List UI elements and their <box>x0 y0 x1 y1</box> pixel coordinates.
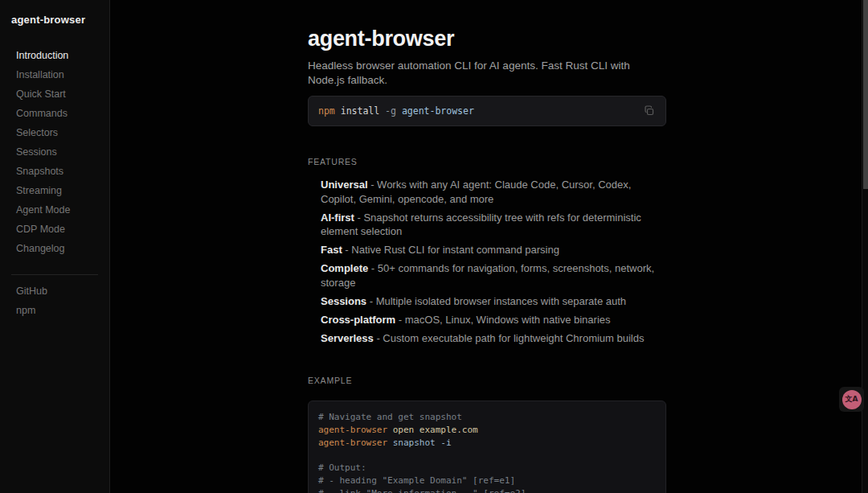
sidebar-item-selectors[interactable]: Selectors <box>0 123 109 142</box>
code-line-blank <box>318 449 656 462</box>
feature-desc: - 50+ commands for navigation, forms, sc… <box>321 262 654 289</box>
feature-item-cross-platform: Cross-platform - macOS, Linux, Windows w… <box>321 313 666 327</box>
code-comment: # - heading "Example Domain" [ref=e1] <box>318 475 515 486</box>
feature-item-complete: Complete - 50+ commands for navigation, … <box>321 261 666 290</box>
feature-desc: - Native Rust CLI for instant command pa… <box>342 244 559 256</box>
feature-item-fast: Fast - Native Rust CLI for instant comma… <box>321 243 666 257</box>
sidebar-item-quick-start[interactable]: Quick Start <box>0 84 109 104</box>
sidebar-link-npm[interactable]: npm <box>0 301 109 320</box>
install-token-flag: -g <box>385 105 396 117</box>
code-line: # Output: <box>318 462 656 475</box>
example-code-block: # Navigate and get snapshot agent-browse… <box>308 401 666 493</box>
feature-desc: - macOS, Linux, Windows with native bina… <box>395 314 610 326</box>
sidebar-item-agent-mode[interactable]: Agent Mode <box>0 200 109 220</box>
features-heading: FEATURES <box>308 157 666 166</box>
sidebar-item-installation[interactable]: Installation <box>0 65 109 84</box>
feature-item-serverless: Serverless - Custom executable path for … <box>321 331 666 346</box>
install-command: npm install -g agent-browser <box>318 105 474 117</box>
translate-widget: 文A <box>839 387 864 412</box>
sidebar-divider <box>11 274 98 275</box>
sidebar-item-streaming[interactable]: Streaming <box>0 181 109 200</box>
code-args: snapshot -i <box>387 438 451 448</box>
sidebar-link-github[interactable]: GitHub <box>0 281 109 301</box>
install-token-install: install <box>335 105 385 117</box>
feature-desc: - Multiple isolated browser instances wi… <box>366 295 626 307</box>
feature-term: Complete <box>321 262 368 274</box>
sidebar-title: agent-browser <box>0 0 109 26</box>
scrollbar-track <box>862 0 868 493</box>
feature-item-ai-first: AI-first - Snapshot returns accessibilit… <box>321 211 666 239</box>
feature-term: Universal <box>321 179 368 191</box>
sidebar: agent-browser Introduction Installation … <box>0 0 110 493</box>
feature-item-sessions: Sessions - Multiple isolated browser ins… <box>321 294 666 309</box>
scrollbar-thumb[interactable] <box>863 0 868 189</box>
sidebar-item-changelog[interactable]: Changelog <box>0 239 109 258</box>
sidebar-footer-nav: GitHub npm <box>0 281 109 320</box>
page-title: agent-browser <box>308 0 666 51</box>
feature-term: Fast <box>321 244 342 256</box>
feature-desc: - Custom executable path for lightweight… <box>374 332 645 344</box>
sidebar-nav: Introduction Installation Quick Start Co… <box>0 46 109 258</box>
main-content: agent-browser Headless browser automatio… <box>308 0 666 493</box>
code-line: # - heading "Example Domain" [ref=e1] <box>318 475 656 487</box>
sidebar-item-commands[interactable]: Commands <box>0 104 109 123</box>
install-command-block: npm install -g agent-browser <box>308 96 666 126</box>
sidebar-item-cdp-mode[interactable]: CDP Mode <box>0 220 109 239</box>
translate-icon: 文A <box>845 396 858 403</box>
feature-term: Serverless <box>321 332 374 344</box>
code-command: agent-browser <box>318 438 387 448</box>
feature-term: Cross-platform <box>321 314 395 326</box>
code-comment: # - link "More information..." [ref=e2] <box>318 488 526 493</box>
sidebar-item-sessions[interactable]: Sessions <box>0 142 109 162</box>
sidebar-item-introduction[interactable]: Introduction <box>0 46 109 65</box>
code-command: agent-browser <box>318 425 387 435</box>
code-comment: # Output: <box>318 462 366 473</box>
install-token-package: agent-browser <box>396 105 474 117</box>
features-list: Universal - Works with any AI agent: Cla… <box>308 178 666 345</box>
feature-item-universal: Universal - Works with any AI agent: Cla… <box>321 178 666 206</box>
code-line: agent-browser open example.com <box>318 424 656 437</box>
copy-button[interactable] <box>643 105 656 117</box>
translate-button[interactable]: 文A <box>842 390 862 409</box>
page-subtitle: Headless browser automation CLI for AI a… <box>308 59 666 88</box>
feature-desc: - Snapshot returns accessibility tree wi… <box>321 212 641 238</box>
sidebar-item-snapshots[interactable]: Snapshots <box>0 162 109 181</box>
example-heading: EXAMPLE <box>308 376 666 385</box>
code-line: # Navigate and get snapshot <box>318 411 656 424</box>
feature-term: Sessions <box>321 295 366 307</box>
code-comment: # Navigate and get snapshot <box>318 412 462 422</box>
copy-icon <box>644 105 655 117</box>
code-args: open example.com <box>387 425 478 435</box>
code-line: agent-browser snapshot -i <box>318 437 656 450</box>
code-line: # - link "More information..." [ref=e2] <box>318 487 656 493</box>
feature-desc: - Works with any AI agent: Claude Code, … <box>321 179 631 205</box>
feature-term: AI-first <box>321 212 354 224</box>
install-token-npm: npm <box>318 105 335 117</box>
